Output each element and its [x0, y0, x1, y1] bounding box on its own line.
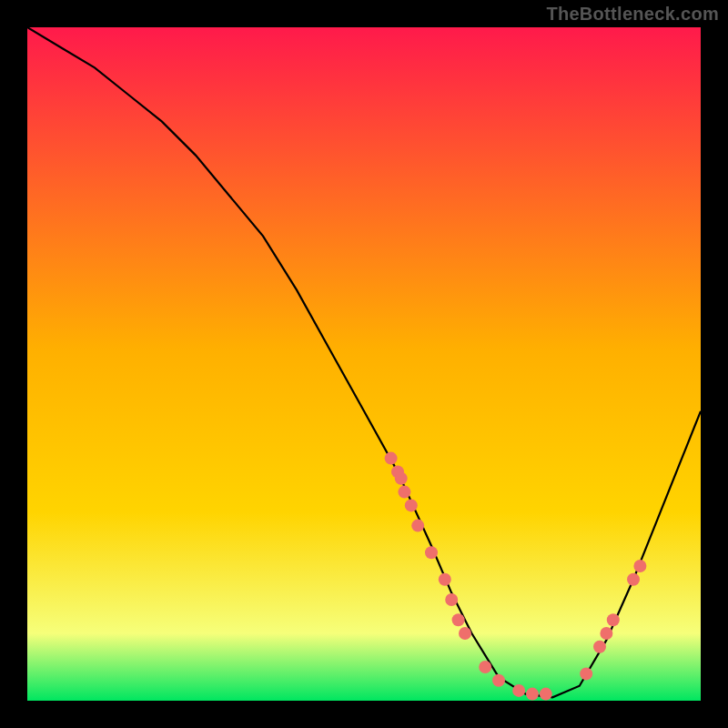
- scatter-dot: [385, 452, 398, 465]
- watermark-label: TheBottleneck.com: [546, 4, 719, 25]
- scatter-dot: [398, 486, 410, 499]
- scatter-dot: [600, 627, 612, 640]
- scatter-dot: [540, 688, 552, 701]
- scatter-dot: [593, 641, 606, 653]
- scatter-dot: [627, 573, 640, 586]
- chart-frame: TheBottleneck.com: [0, 0, 728, 728]
- plot-area: [27, 27, 701, 701]
- scatter-dot: [526, 688, 539, 701]
- scatter-dot: [580, 667, 592, 680]
- scatter-dot: [633, 560, 646, 572]
- scatter-dot: [492, 674, 505, 687]
- scatter-dot: [452, 613, 465, 626]
- scatter-dot: [425, 546, 438, 559]
- scatter-dot: [395, 472, 408, 485]
- scatter-dot: [445, 593, 458, 606]
- scatter-dot: [607, 613, 620, 626]
- scatter-dot: [405, 499, 418, 511]
- plot-svg: [27, 27, 701, 701]
- scatter-dot: [479, 661, 491, 673]
- scatter-dot: [411, 520, 424, 532]
- scatter-dot: [512, 684, 525, 697]
- gradient-bg: [27, 27, 701, 701]
- scatter-dot: [459, 627, 471, 640]
- scatter-dot: [439, 573, 451, 586]
